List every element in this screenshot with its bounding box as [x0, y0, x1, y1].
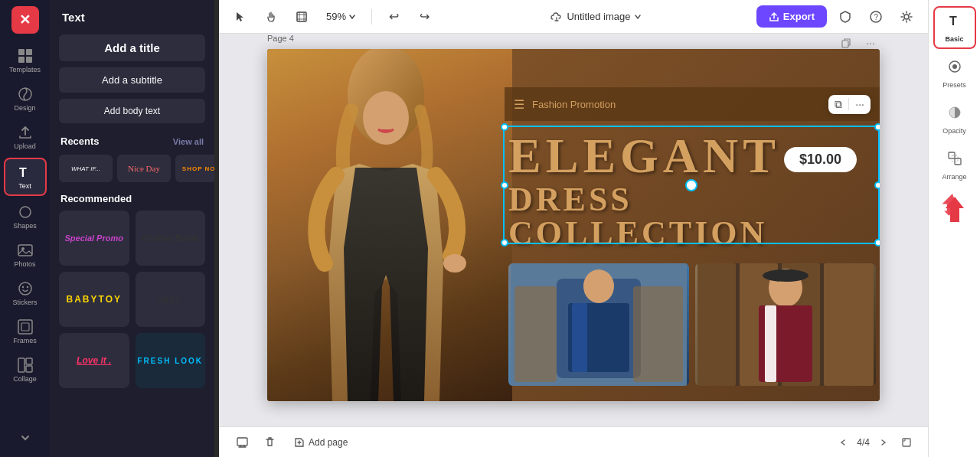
presets-label: Presets [942, 81, 966, 89]
price-tag[interactable]: $10.00 [784, 147, 857, 172]
sidebar-item-design[interactable]: Design [4, 81, 47, 116]
shield-icon-button[interactable] [833, 5, 858, 29]
recent-item-label: WHAT IF... [71, 165, 100, 172]
frames-icon [17, 318, 34, 335]
woman-figure [267, 49, 512, 401]
chevron-down-icon [633, 12, 642, 21]
add-subtitle-button[interactable]: Add a subtitle [59, 67, 205, 93]
more-dots-icon[interactable]: ··· [855, 98, 864, 110]
svg-point-24 [443, 254, 466, 273]
recent-item-nice-day[interactable]: Nice Day [117, 155, 171, 182]
right-panel-opacity[interactable]: Opacity [933, 98, 976, 141]
export-button[interactable]: Export [756, 5, 827, 28]
add-page-button[interactable]: Add page [286, 434, 355, 451]
right-panel-arrange[interactable]: Arrange [933, 144, 976, 187]
svg-rect-3 [26, 57, 32, 63]
rec-item-label: okay. [157, 292, 183, 306]
rec-item-label: Special Promo [65, 233, 123, 243]
shapes-label: Shapes [13, 222, 37, 230]
design-label: Design [14, 104, 35, 112]
recent-item-shop-now[interactable]: SHOP NOW [175, 155, 214, 182]
svg-rect-41 [778, 269, 793, 277]
svg-text:T: T [949, 15, 957, 28]
text-panel-title: Text [50, 0, 214, 31]
next-page-button[interactable] [874, 433, 893, 452]
zoom-value: 59% [326, 11, 346, 22]
rec-item-baby-toy[interactable]: BABYTOY [59, 272, 129, 327]
undo-button[interactable]: ↩ [381, 5, 406, 29]
canvas-wrapper: Page 4 ··· [267, 49, 880, 401]
recents-section-header: Recents View all [50, 126, 214, 152]
rec-item-special-promo[interactable]: Special Promo [59, 211, 129, 266]
canvas-scroll-area[interactable]: Page 4 ··· [219, 34, 928, 426]
sidebar-item-shapes[interactable]: Shapes [4, 199, 47, 234]
redo-button[interactable]: ↪ [412, 5, 436, 29]
recents-row: WHAT IF... Nice Day SHOP NOW [50, 152, 214, 188]
photos-icon [17, 242, 34, 259]
sidebar-item-templates[interactable]: Templates [4, 43, 47, 78]
copy-icon[interactable]: ⧉ [835, 98, 842, 111]
rec-item-fresh-look[interactable]: FRESH LOOK [136, 333, 206, 388]
sidebar-item-stickers[interactable]: Stickers [4, 276, 47, 311]
upload-icon [17, 124, 34, 141]
svg-point-20 [904, 15, 909, 19]
present-button[interactable] [231, 432, 253, 453]
expand-button[interactable] [897, 433, 916, 452]
rec-item-love-it[interactable]: Love it . [59, 333, 129, 388]
recent-item-label: SHOP NOW [182, 165, 214, 172]
view-all-button[interactable]: View all [173, 137, 204, 146]
opacity-label: Opacity [942, 127, 966, 135]
help-icon-button[interactable]: ? [864, 5, 888, 29]
collage-label: Collage [13, 375, 37, 383]
right-panel-basic[interactable]: T Basic [933, 6, 976, 49]
page-navigation: 4/4 [834, 433, 916, 452]
popup-separator [848, 98, 849, 110]
photo-2-figure [695, 263, 876, 386]
undo-icon: ↩ [389, 9, 399, 24]
red-arrow-icon [939, 193, 970, 224]
cloud-icon [550, 10, 564, 24]
add-page-icon [294, 437, 305, 448]
main-area: 59% ↩ ↪ Untitled image Export ? [219, 0, 928, 457]
svg-rect-13 [21, 323, 29, 331]
svg-rect-43 [903, 439, 910, 446]
svg-rect-0 [18, 49, 24, 55]
add-title-button[interactable]: Add a title [59, 34, 205, 61]
recent-item-what-if[interactable]: WHAT IF... [59, 155, 113, 182]
svg-rect-29 [572, 303, 587, 372]
delete-page-button[interactable] [259, 432, 280, 453]
sidebar-item-text[interactable]: T Text [4, 158, 47, 196]
prev-page-button[interactable] [834, 433, 852, 452]
svg-text:?: ? [874, 13, 879, 21]
rec-item-label: BABYTOY [67, 294, 122, 305]
sidebar-item-photos[interactable]: Photos [4, 237, 47, 273]
svg-rect-14 [18, 358, 24, 372]
basic-label: Basic [945, 35, 963, 43]
rec-item-okay[interactable]: okay. [136, 272, 206, 327]
photos-label: Photos [14, 260, 35, 268]
sidebar-item-frames[interactable]: Frames [4, 314, 47, 349]
settings-icon-button[interactable] [894, 5, 919, 29]
dress-collection-heading[interactable]: DRESS COLLECTION [508, 183, 876, 250]
svg-rect-31 [633, 286, 683, 382]
sidebar-item-collage[interactable]: Collage [4, 352, 47, 387]
svg-rect-2 [18, 57, 24, 63]
design-canvas: ☰ Fashion Promotion ⧉ ··· ELEGANT DRESS … [267, 49, 880, 401]
text-icon: T [17, 164, 34, 181]
sidebar-item-more[interactable] [4, 425, 47, 451]
hand-tool-button[interactable] [259, 5, 283, 29]
page-counter: 4/4 [857, 437, 870, 448]
rec-item-coffee-break[interactable]: #Coffee Break [136, 211, 206, 266]
right-panel-presets[interactable]: Presets [933, 52, 976, 95]
fashion-promo-text: Fashion Promotion [532, 99, 821, 110]
file-name-area[interactable]: Untitled image [550, 10, 642, 24]
sidebar-item-upload[interactable]: Upload [4, 119, 47, 155]
add-body-button[interactable]: Add body text [59, 99, 205, 123]
svg-rect-1 [26, 49, 32, 55]
zoom-control[interactable]: 59% [320, 8, 362, 25]
cursor-tool-button[interactable] [228, 5, 253, 29]
svg-rect-42 [237, 438, 247, 446]
presets-icon [946, 58, 963, 79]
frame-tool-button[interactable] [289, 5, 314, 29]
app-logo[interactable]: ✕ [11, 6, 39, 34]
